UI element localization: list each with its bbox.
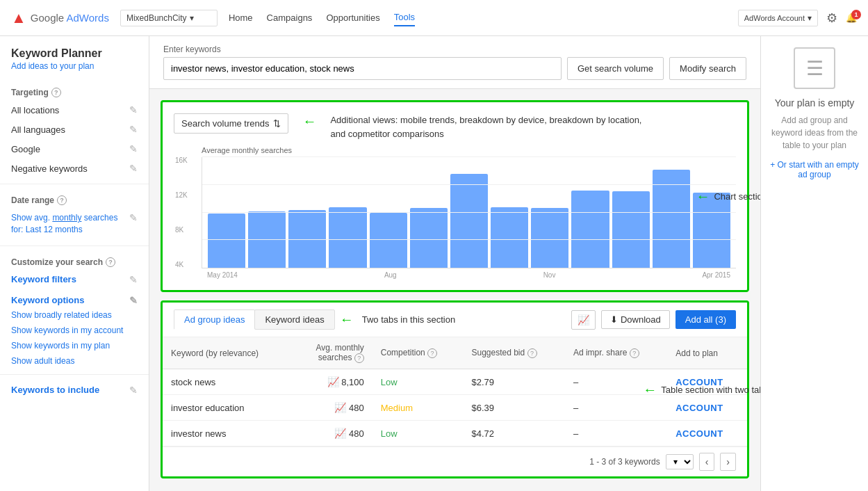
start-empty-ad-group-link[interactable]: + Or start with an empty ad group: [769, 160, 860, 179]
tab-keyword-ideas[interactable]: Keyword ideas: [254, 309, 334, 330]
chart-bars-container: 4K 8K 12K 16K: [202, 157, 736, 268]
tab-arrow-icon: ←: [340, 312, 354, 328]
ad-impr-help-icon[interactable]: ?: [630, 348, 639, 358]
chart-bar[interactable]: [329, 207, 366, 268]
cell-add-to-plan[interactable]: ACCOUNT: [667, 421, 747, 446]
chart-bar[interactable]: [450, 174, 488, 268]
date-range-help-icon[interactable]: ?: [57, 195, 67, 205]
chart-view-button[interactable]: 📈: [571, 310, 596, 330]
edit-icon[interactable]: ✎: [129, 104, 138, 115]
sidebar-item-keywords-to-include[interactable]: Keywords to include ✎: [0, 380, 149, 400]
next-page-button[interactable]: ›: [720, 453, 736, 471]
cell-avg-monthly: 📈 480: [292, 395, 372, 421]
sidebar-item-locations[interactable]: All locations ✎: [0, 100, 149, 120]
cell-keyword: investor education: [163, 395, 292, 421]
trend-icon[interactable]: 📈: [327, 376, 339, 387]
search-bar-area: Enter keywords Get search volume Modify …: [149, 36, 760, 89]
bell-icon[interactable]: 🔔: [846, 13, 857, 23]
grid-line: [202, 212, 736, 213]
edit-icon[interactable]: ✎: [129, 274, 138, 285]
customize-help-icon[interactable]: ?: [106, 257, 115, 267]
keyword-options-header: Keyword options ✎: [0, 289, 149, 307]
chart-top: Search volume trends ⇅ ← Additional view…: [174, 113, 736, 140]
download-label: Download: [621, 314, 661, 325]
chart-bars: [202, 157, 736, 268]
nav-opportunities[interactable]: Opportunities: [326, 10, 379, 26]
targeting-help-icon[interactable]: ?: [51, 88, 61, 97]
gear-icon[interactable]: ⚙: [826, 10, 837, 26]
trend-icon[interactable]: 📈: [334, 428, 346, 439]
chart-bar[interactable]: [531, 208, 568, 268]
chart-bar[interactable]: [410, 208, 448, 268]
suggested-bid-help-icon[interactable]: ?: [527, 348, 537, 358]
table-arrow-left-icon: ←: [643, 382, 657, 398]
nav-links: Home Campaigns Opportunities Tools: [229, 9, 727, 26]
cell-suggested-bid: $6.39: [463, 395, 564, 421]
logo-area: ▲ Google AdWords: [11, 9, 109, 27]
cell-competition: Low: [372, 369, 464, 395]
chart-bar[interactable]: [612, 191, 650, 268]
sidebar-subitem-my-account[interactable]: Show keywords in my account: [0, 323, 149, 338]
avg-monthly-help-icon[interactable]: ?: [354, 353, 364, 363]
keyword-input[interactable]: [163, 57, 562, 80]
prev-page-button[interactable]: ‹: [699, 453, 715, 471]
cell-add-to-plan[interactable]: ACCOUNT: [667, 395, 747, 421]
grid-line: [202, 239, 736, 240]
get-search-volume-button[interactable]: Get search volume: [567, 57, 664, 80]
sidebar-item-negative-keywords[interactable]: Negative keywords ✎: [0, 159, 149, 178]
edit-icon[interactable]: ✎: [129, 124, 138, 135]
sidebar: Keyword Planner Add ideas to your plan T…: [0, 36, 149, 491]
chart-section-label: Chart section: [714, 191, 760, 202]
chart-bar[interactable]: [208, 214, 245, 268]
competition-help-icon[interactable]: ?: [427, 348, 437, 358]
cell-competition: Low: [372, 421, 464, 446]
chart-bar[interactable]: [370, 213, 407, 268]
sidebar-item-keyword-filters[interactable]: Keyword filters ✎: [0, 270, 149, 289]
cell-ad-impr-share: –: [565, 421, 667, 446]
edit-icon[interactable]: ✎: [129, 212, 138, 223]
table-section-annotation: ← Table section with two tabs: [643, 382, 760, 398]
edit-icon[interactable]: ✎: [129, 385, 138, 396]
divider3: [0, 374, 149, 375]
sidebar-item-languages[interactable]: All languages ✎: [0, 120, 149, 139]
col-ad-impr-share: Ad impr. share ?: [565, 337, 667, 369]
cell-ad-impr-share: –: [565, 395, 667, 421]
sidebar-item-date-range[interactable]: Show avg. monthly searches for: Last 12 …: [0, 208, 149, 240]
account-name: MixedBunchCity: [126, 13, 187, 23]
table-toolbar: Ad group ideas Keyword ideas ← Two tabs …: [163, 303, 747, 337]
divider2: [0, 246, 149, 246]
cell-avg-monthly: 📈 8,100: [292, 369, 372, 395]
page-size-dropdown[interactable]: ▾: [666, 454, 694, 469]
nav-home[interactable]: Home: [229, 10, 253, 26]
chart-dropdown[interactable]: Search volume trends ⇅: [174, 113, 288, 134]
edit-icon[interactable]: ✎: [129, 295, 138, 306]
grid-line: [202, 156, 736, 157]
sidebar-subitem-my-plan[interactable]: Show keywords in my plan: [0, 338, 149, 353]
sidebar-subitem-adult[interactable]: Show adult ideas: [0, 353, 149, 369]
chart-bar[interactable]: [491, 207, 528, 268]
tab-ad-group-ideas[interactable]: Ad group ideas: [174, 309, 255, 330]
col-add-to-plan: Add to plan: [667, 337, 747, 369]
sidebar-subitem-broadly[interactable]: Show broadly related ideas: [0, 307, 149, 323]
chart-bar[interactable]: [571, 191, 609, 268]
nav-campaigns[interactable]: Campaigns: [267, 10, 313, 26]
trend-icon[interactable]: 📈: [334, 402, 346, 413]
sidebar-item-google[interactable]: Google ✎: [0, 139, 149, 159]
col-competition: Competition ?: [372, 337, 464, 369]
targeting-label: Targeting ?: [0, 82, 149, 100]
account-selector[interactable]: MixedBunchCity ▾: [120, 10, 218, 26]
add-all-button[interactable]: Add all (3): [675, 310, 736, 329]
download-icon: ⬇: [610, 314, 618, 325]
download-button[interactable]: ⬇ Download: [601, 310, 670, 329]
table-row: investor news 📈 480 Low $4.72 – ACCOUNT: [163, 421, 747, 446]
cell-competition: Medium: [372, 395, 464, 421]
table-row: investor education 📈 480 Medium $6.39 – …: [163, 395, 747, 421]
nav-account-btn[interactable]: AdWords Account ▾: [738, 10, 818, 26]
table-section-label: Table section with two tabs: [661, 385, 760, 395]
chart-area: Average monthly searches 4K 8K 12K 16K: [174, 146, 736, 279]
nav-tools[interactable]: Tools: [394, 9, 415, 26]
edit-icon[interactable]: ✎: [129, 163, 138, 174]
modify-search-button[interactable]: Modify search: [669, 57, 746, 80]
edit-icon[interactable]: ✎: [129, 143, 138, 154]
plan-icon: ☰: [794, 47, 835, 89]
